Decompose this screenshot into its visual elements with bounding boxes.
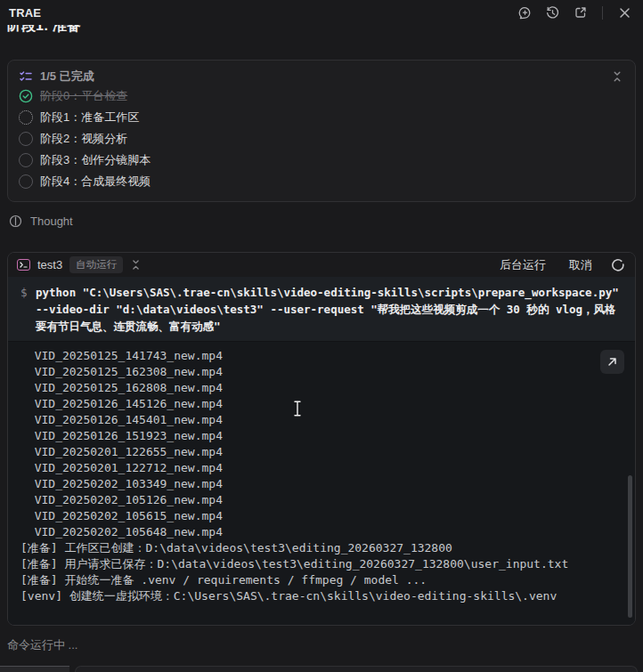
thought-icon <box>9 215 22 228</box>
stage-pending-icon <box>19 174 33 189</box>
chat-input-edge[interactable] <box>75 666 638 672</box>
stage-pending-icon <box>19 153 33 167</box>
terminal-header: test3 自动运行 后台运行 取消 <box>8 253 635 277</box>
thought-label: Thought <box>30 215 73 228</box>
output-scrollbar[interactable] <box>628 475 632 618</box>
terminal-output-line: VID_20250125_162808_new.mp4 <box>20 380 617 396</box>
terminal-icon <box>17 259 30 271</box>
terminal-output-line: VID_20250202_105126_new.mp4 <box>20 492 617 508</box>
stage-list: 阶段0：平台检查阶段1：准备工作区阶段2：视频分析阶段3：创作分镜脚本阶段4：合… <box>19 85 624 192</box>
terminal-output-line: VID_20250125_162308_new.mp4 <box>20 364 617 380</box>
stage-label: 阶段3：创作分镜脚本 <box>40 152 151 168</box>
terminal-output-line: VID_20250202_103349_new.mp4 <box>20 476 617 492</box>
stage-running-icon <box>19 110 33 125</box>
background-run-button[interactable]: 后台运行 <box>500 257 546 273</box>
open-external-icon[interactable] <box>573 5 588 20</box>
stage-item-0[interactable]: 阶段0：平台检查 <box>19 85 624 107</box>
terminal-output-line: [准备] 工作区已创建：D:\data\videos\test3\editing… <box>20 540 617 556</box>
bottom-left-stub <box>0 666 69 672</box>
terminal-output-lines: VID_20250125_141743_new.mp4 VID_20250125… <box>20 348 617 604</box>
command-text: python "C:\Users\SAS\.trae-cn\skills\vid… <box>36 284 623 335</box>
command-status-text: 命令运行中 ... <box>7 637 77 653</box>
terminal-output-line: VID_20250202_105615_new.mp4 <box>20 508 617 524</box>
stage-item-3[interactable]: 阶段3：创作分镜脚本 <box>19 150 624 171</box>
terminal-output-line: VID_20250125_141743_new.mp4 <box>20 348 617 364</box>
terminal-output-line: [准备] 用户请求已保存：D:\data\videos\test3\editin… <box>20 556 617 572</box>
auto-run-badge: 自动运行 <box>69 256 123 273</box>
terminal-tab-name[interactable]: test3 <box>37 258 62 271</box>
stage-label: 阶段4：合成最终视频 <box>40 174 151 190</box>
terminal-output[interactable]: VID_20250125_141743_new.mp4 VID_20250125… <box>8 342 635 625</box>
terminal-output-line: [venv] 创建统一虚拟环境：C:\Users\SAS\.trae-cn\sk… <box>20 588 617 604</box>
stage-item-2[interactable]: 阶段2：视频分析 <box>19 128 624 150</box>
progress-header: 1/5 已完成 <box>19 68 624 85</box>
command-block: $ python "C:\Users\SAS\.trae-cn\skills\v… <box>8 277 635 342</box>
stage-done-icon <box>19 89 33 103</box>
stage-item-4[interactable]: 阶段4：合成最终视频 <box>19 171 624 192</box>
close-icon[interactable] <box>617 5 632 20</box>
titlebar: TRAE <box>0 0 643 25</box>
titlebar-icons <box>517 5 632 20</box>
stage-label: 阶段2：视频分析 <box>40 131 127 147</box>
progress-count: 1/5 已完成 <box>40 69 610 85</box>
app-title: TRAE <box>9 6 41 20</box>
terminal-output-line: VID_20250202_105648_new.mp4 <box>20 524 617 540</box>
thought-row[interactable]: Thought <box>9 215 643 228</box>
terminal-output-line: VID_20250201_122655_new.mp4 <box>20 444 617 460</box>
running-spinner-icon <box>612 259 624 271</box>
scrolled-content-clip: 阶段1: 准备 <box>7 25 643 36</box>
titlebar-divider <box>602 6 603 20</box>
terminal-panel: test3 自动运行 后台运行 取消 $ python "C:\Users\SA… <box>7 252 636 626</box>
terminal-output-line: [准备] 开始统一准备 .venv / requirements / ffmpe… <box>20 572 617 588</box>
collapse-progress-icon[interactable] <box>610 69 624 84</box>
terminal-output-line: VID_20250201_122712_new.mp4 <box>20 460 617 476</box>
open-output-button[interactable] <box>600 350 624 374</box>
new-chat-icon[interactable] <box>517 5 533 20</box>
terminal-output-line: VID_20250126_151923_new.mp4 <box>20 428 617 444</box>
shell-prompt: $ <box>20 284 36 335</box>
cancel-button[interactable]: 取消 <box>569 257 592 273</box>
collapse-terminal-icon[interactable] <box>128 258 142 272</box>
terminal-output-line: VID_20250126_145126_new.mp4 <box>20 396 617 412</box>
stage-heading: 阶段1: 准备 <box>7 25 643 36</box>
terminal-output-line: VID_20250126_145401_new.mp4 <box>20 412 617 428</box>
stage-label: 阶段1：准备工作区 <box>40 109 139 125</box>
bottom-cutoff <box>0 665 643 672</box>
checklist-icon <box>19 69 33 84</box>
stage-item-1[interactable]: 阶段1：准备工作区 <box>19 107 624 128</box>
stage-pending-icon <box>19 132 33 146</box>
stage-label: 阶段0：平台检查 <box>40 88 127 104</box>
history-icon[interactable] <box>545 5 560 20</box>
progress-panel: 1/5 已完成 阶段0：平台检查阶段1：准备工作区阶段2：视频分析阶段3：创作分… <box>7 60 636 202</box>
